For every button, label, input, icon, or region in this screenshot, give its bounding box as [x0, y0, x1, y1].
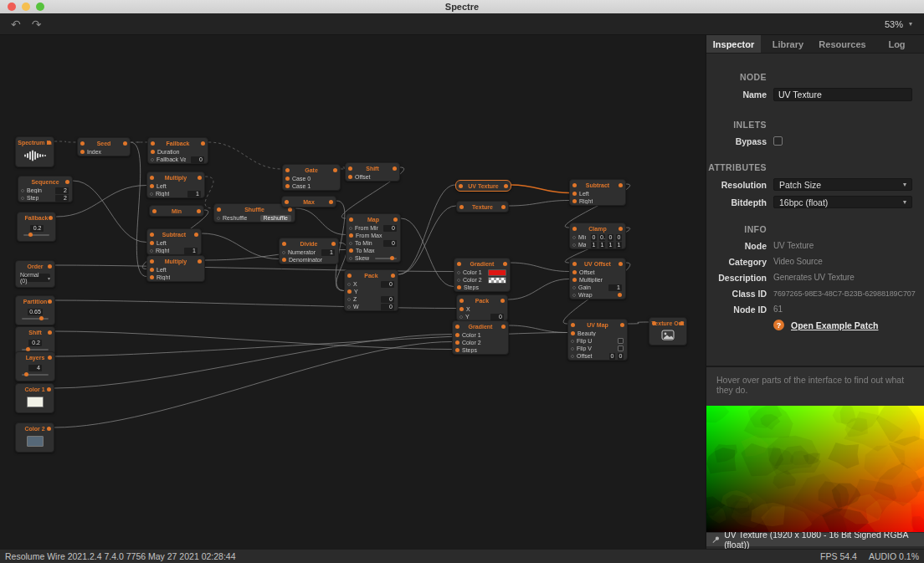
value-field[interactable]: 0 — [490, 314, 504, 320]
inlet-port[interactable] — [455, 325, 459, 329]
outlet-port[interactable] — [393, 166, 397, 171]
outlet-port[interactable] — [49, 216, 53, 220]
outlet-port[interactable] — [48, 330, 52, 335]
reshuffle-button[interactable]: Reshuffle — [260, 215, 291, 222]
inlet-port[interactable] — [571, 323, 575, 327]
outlet-port[interactable] — [197, 209, 201, 213]
order-dropdown[interactable]: Normal (0)▾ — [20, 274, 50, 282]
inlet-port[interactable] — [285, 200, 289, 204]
inlet-port[interactable] — [347, 289, 352, 294]
inlet-port[interactable] — [151, 150, 155, 154]
inlet-port[interactable] — [347, 283, 351, 286]
tab-inspector[interactable]: Inspector — [706, 35, 761, 53]
value-field[interactable]: 1 — [187, 191, 201, 197]
inlet-port[interactable] — [572, 192, 577, 196]
value-field[interactable]: 0 — [608, 234, 613, 241]
value-field[interactable]: 0.2 — [28, 340, 42, 346]
node-color-1[interactable]: Color 1 — [15, 383, 54, 413]
outlet-port[interactable] — [65, 180, 69, 184]
bypass-checkbox[interactable] — [773, 136, 783, 146]
value-field[interactable]: 1 — [616, 242, 622, 248]
node-shift-a[interactable]: ShiftOffset — [345, 162, 400, 182]
outlet-port[interactable] — [501, 299, 505, 303]
inlet-port[interactable] — [80, 150, 85, 154]
outlet-port[interactable] — [393, 218, 398, 222]
inlet-port[interactable] — [349, 242, 352, 245]
inlet-port[interactable] — [150, 275, 154, 279]
wire-uv-map-to-texture-out[interactable] — [628, 322, 649, 324]
resolution-dropdown[interactable]: Patch Size ▾ — [773, 178, 912, 191]
outlet-port[interactable] — [331, 242, 336, 246]
outlet-port[interactable] — [619, 227, 623, 231]
redo-icon[interactable]: ↷ — [32, 18, 42, 31]
inlet-port[interactable] — [572, 262, 577, 266]
value-field[interactable]: 1 — [591, 242, 597, 248]
node-multiply-a[interactable]: MultiplyLeftRight1 — [146, 171, 205, 198]
value-field[interactable]: 2 — [55, 195, 69, 202]
undo-icon[interactable]: ↶ — [11, 18, 21, 31]
inlet-port[interactable] — [347, 305, 351, 309]
node-gradient-b[interactable]: GradientColor 1Color 2Steps — [452, 320, 509, 355]
wire-spectrum-in-to-seed[interactable] — [54, 141, 77, 142]
inlet-port[interactable] — [150, 249, 153, 253]
slider[interactable] — [22, 318, 49, 320]
inlet-port[interactable] — [457, 285, 461, 289]
inlet-port[interactable] — [150, 268, 154, 272]
inlet-port[interactable] — [349, 248, 353, 253]
value-field[interactable]: 1 — [608, 284, 622, 291]
outlet-port[interactable] — [504, 184, 508, 188]
node-uv-offset[interactable]: UV OffsetOffsetMultiplierGain1Wrap — [569, 258, 626, 299]
value-field[interactable]: 0 — [381, 304, 394, 310]
color-swatch[interactable] — [27, 436, 44, 447]
inlet-port[interactable] — [572, 183, 577, 187]
inlet-port[interactable] — [285, 184, 290, 188]
checker-swatch[interactable] — [488, 277, 506, 284]
inlet-port[interactable] — [80, 141, 85, 146]
outlet-port[interactable] — [619, 262, 623, 266]
inlet-port[interactable] — [150, 176, 154, 180]
outlet-port[interactable] — [47, 141, 51, 145]
wire-sequence-to-subtract-a[interactable] — [73, 181, 146, 243]
wire-shuffle-to-map[interactable] — [295, 208, 346, 235]
outlet-port[interactable] — [194, 233, 198, 237]
checkbox[interactable] — [618, 345, 624, 351]
inlet-port[interactable] — [571, 347, 574, 351]
inlet-port[interactable] — [457, 279, 460, 282]
inlet-port[interactable] — [572, 236, 576, 239]
value-field[interactable]: 1 — [184, 248, 198, 254]
node-map[interactable]: MapFrom Min0From MaxTo Min0To MaxSkew — [346, 213, 401, 263]
value-field[interactable]: 0.65 — [28, 309, 43, 315]
outlet-port[interactable] — [680, 321, 684, 325]
node-clamp[interactable]: ClampMin00.00Max1111 — [569, 223, 626, 249]
zoom-control[interactable]: 53% ▾ — [885, 19, 912, 29]
value-field[interactable]: 4 — [28, 365, 42, 371]
value-field[interactable]: 0 — [383, 225, 397, 232]
inlet-port[interactable] — [459, 299, 464, 303]
inlet-port[interactable] — [572, 286, 576, 289]
inlet-port[interactable] — [21, 189, 24, 192]
inlet-port[interactable] — [455, 333, 459, 337]
outlet-port[interactable] — [48, 356, 52, 360]
open-example-patch-link[interactable]: Open Example Patch — [791, 320, 878, 330]
inlet-port[interactable] — [347, 298, 351, 301]
node-fallback-a[interactable]: FallbackDurationFallback Value0 — [147, 137, 208, 164]
outlet-port[interactable] — [48, 264, 52, 269]
outlet-port[interactable] — [47, 387, 51, 392]
node-subtract-a[interactable]: SubtractLeftRight1 — [146, 228, 202, 255]
outlet-port[interactable] — [619, 183, 623, 187]
value-field[interactable]: 0 — [381, 296, 394, 303]
color-swatch[interactable] — [27, 397, 44, 407]
node-layers[interactable]: Layers4 — [15, 351, 55, 381]
inlet-port[interactable] — [282, 242, 286, 246]
inlet-port[interactable] — [457, 271, 460, 274]
wire-multiply-a-to-shuffle[interactable] — [205, 177, 213, 208]
value-field[interactable]: 1 — [321, 249, 335, 256]
name-input[interactable]: UV Texture — [773, 88, 912, 101]
inlet-port[interactable] — [217, 217, 220, 220]
inlet-port[interactable] — [282, 251, 285, 254]
node-color-2[interactable]: Color 2 — [15, 422, 54, 453]
value-field[interactable]: 0 — [381, 281, 394, 288]
node-fallback-b[interactable]: Fallback0.2 — [17, 212, 56, 242]
wire-fallback-a-to-gate[interactable] — [208, 142, 282, 169]
node-divide[interactable]: DivideNumerator1Denominator — [279, 238, 339, 264]
